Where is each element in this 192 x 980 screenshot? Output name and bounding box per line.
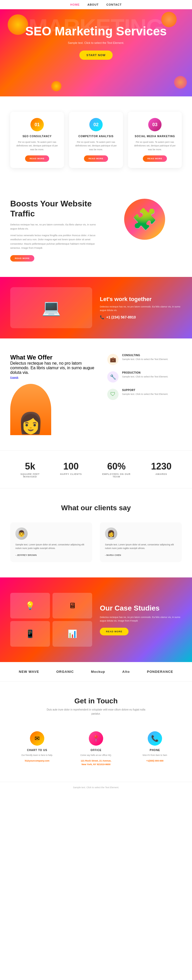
stat-number-0: 5k bbox=[21, 461, 40, 472]
traffic-text: Boosts Your Website Traffic Delectus rec… bbox=[10, 199, 100, 261]
case-mockups-left: 💡 🖥 📱 📊 bbox=[10, 593, 92, 647]
contact-info-2: +1(555) 000-000 bbox=[130, 759, 179, 762]
stat-label-3: AWARDS bbox=[151, 473, 171, 476]
contact-info-1: 121 Rock Street, 21 Avenue, New York, NY… bbox=[72, 759, 120, 767]
navigation: HOMEABOUTCONTACT bbox=[0, 0, 192, 9]
contact-subtitle: Duis aute irure dolor in reprehenderit i… bbox=[45, 708, 147, 716]
contact-desc-1: Come say hello at our office HQ. bbox=[72, 754, 120, 757]
service-card-2: 03SOCIAL MEDIA MARKETINGPer ex quod iust… bbox=[128, 112, 182, 168]
case-mockup-4: 📊 bbox=[52, 621, 92, 647]
logo-item-0: NEW WAVE bbox=[19, 670, 39, 674]
case-read-more-button[interactable]: READ MORE bbox=[100, 628, 129, 635]
services-section: 01SEO CONSULTANCYPer ex quod iusto. Te a… bbox=[0, 96, 192, 183]
freepik-link[interactable]: Freepik bbox=[10, 376, 18, 379]
service-card-1: 02COMPETITOR ANALYSISPer ex quod iusto. … bbox=[69, 112, 123, 168]
traffic-read-more-button[interactable]: READ MORE bbox=[10, 255, 34, 261]
logos-section: NEW WAVEORGANICMockupAltoPONDERANCE bbox=[0, 662, 192, 681]
testimonial-name-0: - JEFFREY BROWN bbox=[15, 553, 87, 557]
service-card-0: 01SEO CONSULTANCYPer ex quod iusto. Te a… bbox=[10, 112, 64, 168]
offer-item-text-0: CONSULTINGSample text. Click to select t… bbox=[122, 354, 168, 361]
case-title: Our Case Studies bbox=[100, 604, 182, 612]
traffic-title: Boosts Your Website Traffic bbox=[10, 199, 100, 218]
service-number-0: 01 bbox=[30, 118, 44, 131]
footer-text: Sample text. Click to select the Text El… bbox=[4, 786, 188, 789]
nav-link-contact[interactable]: CONTACT bbox=[106, 3, 122, 6]
services-grid: 01SEO CONSULTANCYPer ex quod iusto. Te a… bbox=[10, 112, 182, 168]
contact-icon-2: 📞 bbox=[148, 731, 162, 746]
service-title-0: SEO CONSULTANCY bbox=[14, 135, 60, 138]
stats-section: 5kSQUARE FEET MANAGED100HAPPY CLIENTS60%… bbox=[0, 450, 192, 488]
offer-icon-1: 🔧 bbox=[107, 371, 119, 383]
stat-label-2: EMPLOYEES ON OUR TEAM bbox=[102, 473, 131, 478]
traffic-section: Boosts Your Website Traffic Delectus rec… bbox=[0, 183, 192, 277]
service-read-more-button-2[interactable]: READ MORE bbox=[143, 155, 167, 162]
contact-info-0: hi@yourcompany.com bbox=[13, 759, 62, 762]
testimonial-name-1: - MARIA CHEN bbox=[105, 553, 177, 557]
offer-left: What We Offer Delectus recteque has ne, … bbox=[10, 354, 100, 435]
nav-link-home[interactable]: HOME bbox=[70, 3, 79, 6]
service-read-more-button-0[interactable]: READ MORE bbox=[25, 155, 49, 162]
case-studies-section: 💡 🖥 📱 📊 Our Case Studies Delectus recteq… bbox=[0, 578, 192, 662]
offer-item-title-0: CONSULTING bbox=[122, 354, 168, 357]
offer-item-title-1: PRODUCTION bbox=[122, 371, 168, 374]
stat-label-1: HAPPY CLIENTS bbox=[60, 473, 82, 476]
hero-cta-button[interactable]: START NOW bbox=[79, 51, 113, 60]
laptop-title: Let's work together bbox=[100, 296, 182, 302]
service-desc-0: Per ex quod iusto. Te autem perri nas de… bbox=[14, 140, 60, 151]
case-right: Our Case Studies Delectus recteque has n… bbox=[100, 604, 182, 636]
logo-item-4: PONDERANCE bbox=[147, 670, 173, 674]
service-number-1: 02 bbox=[89, 118, 103, 131]
phone-icon: 📞 bbox=[100, 315, 104, 319]
testimonial-avatar-1: 👩 bbox=[105, 527, 117, 540]
service-desc-1: Per ex quod iusto. Te autem perri nas de… bbox=[73, 140, 119, 151]
contact-title: Get in Touch bbox=[10, 697, 182, 705]
contact-desc-0: Our friendly team is here to help. bbox=[13, 754, 62, 757]
phone-value: +1 (234) 567-8910 bbox=[106, 315, 136, 319]
offer-right: 💼CONSULTINGSample text. Click to select … bbox=[107, 354, 182, 406]
nav-link-about[interactable]: ABOUT bbox=[87, 3, 98, 6]
laptop-desc: Delectus recteque has ne, no pro latom c… bbox=[100, 305, 182, 312]
testimonial-text-1: Sample text. Lorem ipsum dolor sit amet,… bbox=[105, 543, 177, 550]
contact-icon-0: ✉ bbox=[30, 731, 44, 746]
offer-item-text-1: PRODUCTIONSample text. Click to select t… bbox=[122, 371, 168, 379]
service-number-2: 03 bbox=[148, 118, 162, 131]
contact-card-1: 📍OFFICECome say hello at our office HQ.1… bbox=[69, 726, 123, 772]
contact-icon-1: 📍 bbox=[89, 731, 103, 746]
stat-item-0: 5kSQUARE FEET MANAGED bbox=[21, 461, 40, 478]
hero-title: SEO Marketing Services bbox=[10, 25, 182, 38]
case-mockup-3: 📱 bbox=[10, 621, 50, 647]
offer-item-desc-2: Sample text. Click to select the Text El… bbox=[122, 393, 168, 396]
contact-title-2: PHONE bbox=[130, 749, 179, 751]
traffic-para1: Delectus recteque has ne, no pro latom c… bbox=[10, 223, 100, 231]
offer-item-0: 💼CONSULTINGSample text. Click to select … bbox=[107, 354, 182, 365]
testimonial-avatar-0: 👨 bbox=[15, 527, 28, 540]
testimonial-text-0: Sample text. Lorem ipsum dolor sit amet,… bbox=[15, 543, 87, 550]
case-mockups-grid: 💡 🖥 📱 📊 bbox=[10, 593, 92, 647]
offer-item-2: 🛡SUPPORTSample text. Click to select the… bbox=[107, 389, 182, 400]
offer-item-title-2: SUPPORT bbox=[122, 389, 168, 391]
service-desc-2: Per ex quod iusto. Te autem perri nas de… bbox=[132, 140, 178, 151]
logo-item-2: Mockup bbox=[91, 670, 105, 674]
offer-item-desc-0: Sample text. Click to select the Text El… bbox=[122, 358, 168, 361]
puzzle-icon: 🧩 bbox=[124, 199, 165, 240]
logo-item-1: ORGANIC bbox=[56, 670, 74, 674]
testimonials-grid: 👨Sample text. Lorem ipsum dolor sit amet… bbox=[10, 522, 182, 562]
contact-card-0: ✉CHART TO USOur friendly team is here to… bbox=[10, 726, 64, 772]
testimonials-section: What our clients say 👨Sample text. Lorem… bbox=[0, 488, 192, 578]
contact-grid: ✉CHART TO USOur friendly team is here to… bbox=[10, 726, 182, 772]
traffic-image: 🧩 bbox=[107, 199, 182, 240]
service-read-more-button-1[interactable]: READ MORE bbox=[84, 155, 108, 162]
contact-desc-2: Mon-Fri from 8am to 5am bbox=[130, 754, 179, 757]
offer-item-1: 🔧PRODUCTIONSample text. Click to select … bbox=[107, 371, 182, 383]
contact-title-0: CHART TO US bbox=[13, 749, 62, 751]
case-mockup-1: 💡 bbox=[10, 593, 50, 619]
contact-section: Get in Touch Duis aute irure dolor in re… bbox=[0, 681, 192, 782]
contact-title-1: OFFICE bbox=[72, 749, 120, 751]
laptop-section: 💻 Let's work together Delectus recteque … bbox=[0, 277, 192, 339]
offer-item-text-2: SUPPORTSample text. Click to select the … bbox=[122, 389, 168, 396]
stat-number-2: 60% bbox=[102, 461, 131, 472]
stat-number-1: 100 bbox=[60, 461, 82, 472]
testimonial-card-0: 👨Sample text. Lorem ipsum dolor sit amet… bbox=[10, 522, 92, 562]
footer: Sample text. Click to select the Text El… bbox=[0, 782, 192, 793]
hero-subtitle: Sample text. Click to select the Text El… bbox=[10, 41, 182, 45]
